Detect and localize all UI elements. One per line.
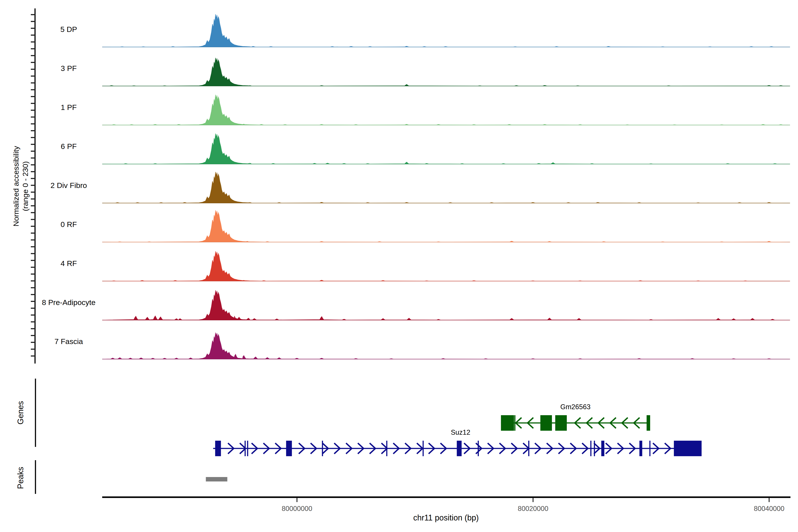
track-label-3-pf: 3 PF [61,64,77,73]
exon-box-suz12 [674,441,702,456]
gene-models-track: Gm26563Suz12 [213,403,702,456]
gene-label-suz12: Suz12 [451,429,470,436]
exon-tick-suz12 [528,441,529,456]
exon-tick-suz12 [247,441,248,456]
x-axis-title: chr11 position (bp) [413,513,479,522]
peak-region-bar [206,477,227,481]
exon-tick-suz12 [322,441,323,456]
x-axis-tick-label: 80000000 [282,505,312,513]
gene-label-gm26563: Gm26563 [560,403,590,411]
exon-tick-suz12 [245,441,246,456]
exon-box-gm26563 [555,415,567,431]
track-area-3-pf [102,58,790,86]
gene-model-gm26563: Gm26563 [501,403,650,431]
exon-box-suz12 [215,441,221,456]
accessibility-tracks-plot: Normalized accessibility (range 0 - 230)… [0,0,798,532]
exon-tick-suz12 [594,441,595,456]
y-axis-label-line1: Normalized accessibility [12,146,20,227]
exon-box-gm26563 [647,415,650,431]
exon-tick-suz12 [422,441,424,456]
track-label-2-div-fibro: 2 Div Fibro [51,181,87,190]
track-area-2-div-fibro [102,172,790,203]
track-area-7-fascia [102,332,790,359]
exon-box-suz12 [640,441,642,456]
called-peaks-track [206,477,227,481]
x-axis-tick-label: 80040000 [754,505,784,513]
track-area-5-dp [102,14,790,47]
genes-section-label: Genes [16,401,25,424]
track-label-4-rf: 4 RF [60,259,77,268]
gene-model-suz12: Suz12 [213,429,702,456]
exon-box-suz12 [601,441,605,456]
genome-browser-figure: Normalized accessibility (range 0 - 230)… [0,0,798,532]
track-area-4-rf [102,251,790,281]
exon-box-gm26563 [501,415,514,431]
exon-tick-suz12 [386,441,387,456]
peaks-section-label: Peaks [16,467,25,489]
track-area-8-pre-adipocyte [102,290,790,320]
track-area-6-pf [102,134,790,164]
track-label-0-rf: 0 RF [60,220,77,229]
exon-box-suz12 [286,441,292,456]
y-axis-label-line2: (range 0 - 230) [21,162,30,211]
track-label-8-pre-adipocyte: 8 Pre-Adipocyte [42,298,96,307]
track-label-5-dp: 5 DP [60,25,77,34]
x-axis-tick-label: 80020000 [518,505,548,513]
exon-tick-suz12 [590,441,591,456]
exon-tick-suz12 [649,441,650,456]
y-axis [31,8,35,363]
track-area-1-pf [102,95,790,125]
x-axis: 800000008002000080040000 [102,497,791,513]
exon-box-suz12 [457,441,462,456]
track-label-7-fascia: 7 Fascia [55,337,83,346]
exon-box-gm26563 [540,415,552,431]
exon-tick-suz12 [478,441,479,456]
track-label-1-pf: 1 PF [61,103,77,112]
track-area-0-rf [102,210,790,242]
signal-tracks: 5 DP3 PF1 PF6 PF2 Div Fibro0 RF4 RF8 Pre… [42,14,790,359]
track-label-6-pf: 6 PF [61,142,77,151]
exon-tick-gm26563 [514,415,515,431]
